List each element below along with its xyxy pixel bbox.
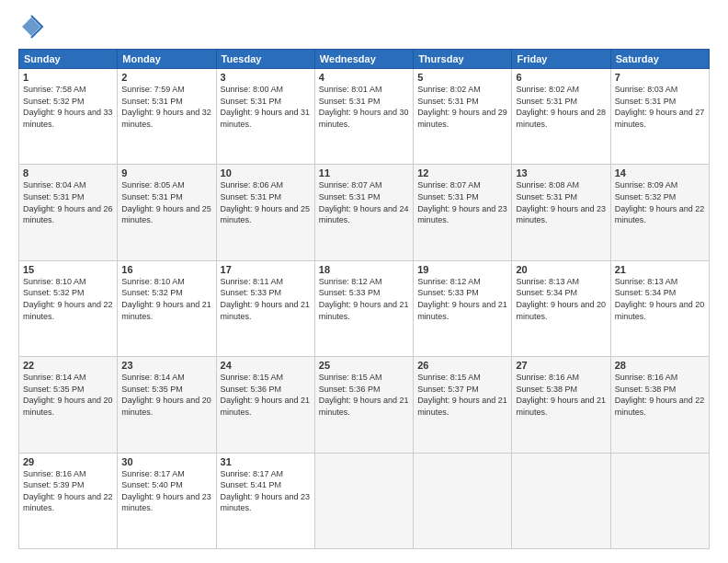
day-number: 4 [319, 72, 409, 83]
day-info: Sunrise: 8:04 AMSunset: 5:31 PMDaylight:… [23, 179, 113, 225]
day-number: 9 [121, 167, 211, 178]
calendar-cell: 6Sunrise: 8:02 AMSunset: 5:31 PMDaylight… [512, 69, 610, 165]
day-number: 2 [121, 72, 211, 83]
calendar-cell: 30Sunrise: 8:17 AMSunset: 5:40 PMDayligh… [118, 453, 216, 548]
day-number: 25 [319, 360, 409, 371]
calendar-header-friday: Friday [512, 50, 610, 69]
day-info: Sunrise: 8:17 AMSunset: 5:40 PMDaylight:… [121, 468, 211, 514]
day-info: Sunrise: 8:01 AMSunset: 5:31 PMDaylight:… [319, 84, 409, 130]
day-number: 1 [23, 72, 113, 83]
calendar-cell: 28Sunrise: 8:16 AMSunset: 5:38 PMDayligh… [610, 357, 709, 453]
day-info: Sunrise: 8:15 AMSunset: 5:36 PMDaylight:… [319, 372, 409, 418]
day-number: 5 [417, 72, 507, 83]
calendar-cell: 22Sunrise: 8:14 AMSunset: 5:35 PMDayligh… [19, 357, 118, 453]
day-number: 27 [516, 360, 606, 371]
day-info: Sunrise: 8:12 AMSunset: 5:33 PMDaylight:… [417, 276, 507, 322]
calendar-cell: 3Sunrise: 8:00 AMSunset: 5:31 PMDaylight… [216, 69, 314, 165]
day-info: Sunrise: 8:16 AMSunset: 5:39 PMDaylight:… [23, 468, 113, 514]
day-info: Sunrise: 8:11 AMSunset: 5:33 PMDaylight:… [221, 276, 311, 322]
calendar-week-row: 29Sunrise: 8:16 AMSunset: 5:39 PMDayligh… [19, 453, 710, 548]
calendar-cell: 7Sunrise: 8:03 AMSunset: 5:31 PMDaylight… [610, 69, 709, 165]
day-number: 13 [516, 167, 606, 178]
calendar-week-row: 22Sunrise: 8:14 AMSunset: 5:35 PMDayligh… [19, 357, 710, 453]
calendar-cell [610, 453, 709, 548]
day-info: Sunrise: 8:15 AMSunset: 5:37 PMDaylight:… [417, 372, 507, 418]
calendar-cell: 27Sunrise: 8:16 AMSunset: 5:38 PMDayligh… [512, 357, 610, 453]
day-info: Sunrise: 8:05 AMSunset: 5:31 PMDaylight:… [121, 179, 211, 225]
day-number: 24 [221, 360, 311, 371]
calendar-cell: 14Sunrise: 8:09 AMSunset: 5:32 PMDayligh… [610, 165, 709, 260]
day-number: 7 [615, 72, 705, 83]
day-info: Sunrise: 8:14 AMSunset: 5:35 PMDaylight:… [23, 372, 113, 418]
day-info: Sunrise: 8:15 AMSunset: 5:36 PMDaylight:… [221, 372, 311, 418]
calendar-header-sunday: Sunday [19, 50, 118, 69]
calendar-cell: 13Sunrise: 8:08 AMSunset: 5:31 PMDayligh… [512, 165, 610, 260]
calendar-week-row: 15Sunrise: 8:10 AMSunset: 5:32 PMDayligh… [19, 260, 710, 356]
day-number: 18 [319, 264, 409, 275]
calendar-cell: 12Sunrise: 8:07 AMSunset: 5:31 PMDayligh… [414, 165, 512, 260]
day-number: 19 [417, 264, 507, 275]
day-info: Sunrise: 8:13 AMSunset: 5:34 PMDaylight:… [615, 276, 705, 322]
day-info: Sunrise: 8:09 AMSunset: 5:32 PMDaylight:… [615, 179, 705, 225]
day-info: Sunrise: 8:08 AMSunset: 5:31 PMDaylight:… [516, 179, 606, 225]
calendar-body: 1Sunrise: 7:58 AMSunset: 5:32 PMDaylight… [19, 69, 710, 549]
calendar-cell: 31Sunrise: 8:17 AMSunset: 5:41 PMDayligh… [216, 453, 314, 548]
day-number: 14 [615, 167, 705, 178]
day-number: 12 [417, 167, 507, 178]
calendar-week-row: 8Sunrise: 8:04 AMSunset: 5:31 PMDaylight… [19, 165, 710, 260]
day-number: 29 [23, 456, 113, 467]
day-info: Sunrise: 8:02 AMSunset: 5:31 PMDaylight:… [417, 84, 507, 130]
calendar-cell: 21Sunrise: 8:13 AMSunset: 5:34 PMDayligh… [610, 260, 709, 356]
day-info: Sunrise: 8:06 AMSunset: 5:31 PMDaylight:… [221, 179, 311, 225]
calendar-cell: 15Sunrise: 8:10 AMSunset: 5:32 PMDayligh… [19, 260, 118, 356]
calendar-table: SundayMondayTuesdayWednesdayThursdayFrid… [18, 49, 710, 549]
day-number: 11 [319, 167, 409, 178]
calendar-cell: 16Sunrise: 8:10 AMSunset: 5:32 PMDayligh… [118, 260, 216, 356]
day-number: 10 [221, 167, 311, 178]
day-number: 17 [221, 264, 311, 275]
calendar-cell: 11Sunrise: 8:07 AMSunset: 5:31 PMDayligh… [314, 165, 413, 260]
page: SundayMondayTuesdayWednesdayThursdayFrid… [0, 0, 728, 563]
calendar-cell: 26Sunrise: 8:15 AMSunset: 5:37 PMDayligh… [414, 357, 512, 453]
calendar-cell: 25Sunrise: 8:15 AMSunset: 5:36 PMDayligh… [314, 357, 413, 453]
calendar-cell: 18Sunrise: 8:12 AMSunset: 5:33 PMDayligh… [314, 260, 413, 356]
day-number: 28 [615, 360, 705, 371]
day-info: Sunrise: 7:58 AMSunset: 5:32 PMDaylight:… [23, 84, 113, 130]
day-info: Sunrise: 8:03 AMSunset: 5:31 PMDaylight:… [615, 84, 705, 130]
day-number: 8 [23, 167, 113, 178]
calendar-cell: 5Sunrise: 8:02 AMSunset: 5:31 PMDaylight… [414, 69, 512, 165]
calendar-cell: 29Sunrise: 8:16 AMSunset: 5:39 PMDayligh… [19, 453, 118, 548]
day-number: 30 [121, 456, 211, 467]
calendar-cell: 4Sunrise: 8:01 AMSunset: 5:31 PMDaylight… [314, 69, 413, 165]
calendar-cell [314, 453, 413, 548]
day-info: Sunrise: 8:14 AMSunset: 5:35 PMDaylight:… [121, 372, 211, 418]
calendar-header-saturday: Saturday [610, 50, 709, 69]
day-number: 6 [516, 72, 606, 83]
day-number: 15 [23, 264, 113, 275]
calendar-week-row: 1Sunrise: 7:58 AMSunset: 5:32 PMDaylight… [19, 69, 710, 165]
day-number: 23 [121, 360, 211, 371]
calendar-cell [414, 453, 512, 548]
calendar-cell: 20Sunrise: 8:13 AMSunset: 5:34 PMDayligh… [512, 260, 610, 356]
calendar-cell: 23Sunrise: 8:14 AMSunset: 5:35 PMDayligh… [118, 357, 216, 453]
calendar-header-monday: Monday [118, 50, 216, 69]
day-info: Sunrise: 8:12 AMSunset: 5:33 PMDaylight:… [319, 276, 409, 322]
day-number: 20 [516, 264, 606, 275]
day-number: 3 [221, 72, 311, 83]
day-info: Sunrise: 8:16 AMSunset: 5:38 PMDaylight:… [615, 372, 705, 418]
calendar-cell: 19Sunrise: 8:12 AMSunset: 5:33 PMDayligh… [414, 260, 512, 356]
calendar-cell: 1Sunrise: 7:58 AMSunset: 5:32 PMDaylight… [19, 69, 118, 165]
calendar-cell: 8Sunrise: 8:04 AMSunset: 5:31 PMDaylight… [19, 165, 118, 260]
calendar-cell: 24Sunrise: 8:15 AMSunset: 5:36 PMDayligh… [216, 357, 314, 453]
day-info: Sunrise: 8:17 AMSunset: 5:41 PMDaylight:… [221, 468, 311, 514]
day-number: 16 [121, 264, 211, 275]
day-info: Sunrise: 7:59 AMSunset: 5:31 PMDaylight:… [121, 84, 211, 130]
calendar-header-tuesday: Tuesday [216, 50, 314, 69]
calendar-cell: 9Sunrise: 8:05 AMSunset: 5:31 PMDaylight… [118, 165, 216, 260]
day-info: Sunrise: 8:16 AMSunset: 5:38 PMDaylight:… [516, 372, 606, 418]
calendar-header-wednesday: Wednesday [314, 50, 413, 69]
calendar-cell: 10Sunrise: 8:06 AMSunset: 5:31 PMDayligh… [216, 165, 314, 260]
day-number: 31 [221, 456, 311, 467]
day-info: Sunrise: 8:02 AMSunset: 5:31 PMDaylight:… [516, 84, 606, 130]
logo-icon [18, 14, 44, 40]
